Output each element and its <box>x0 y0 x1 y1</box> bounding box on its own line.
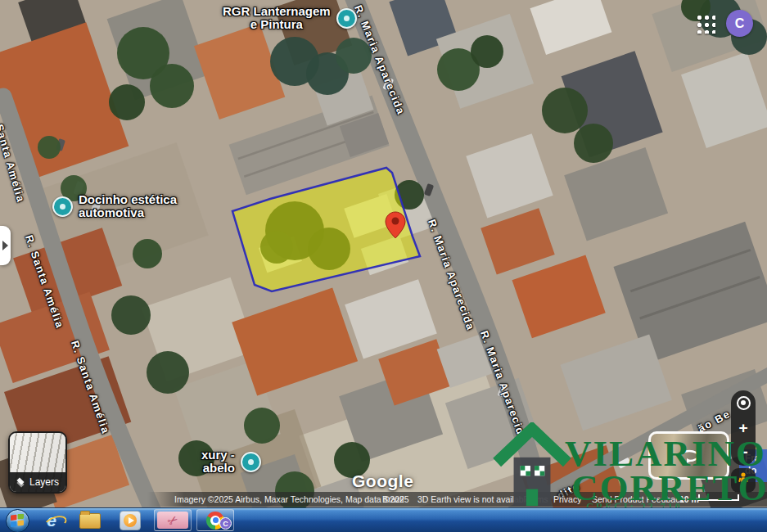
start-button[interactable] <box>6 509 29 532</box>
poi-salon-partial[interactable]: xury - abelo <box>201 449 261 475</box>
folder-icon <box>79 513 101 529</box>
my-location-icon <box>737 396 751 410</box>
earth-notice: 3D Earth view is not available <box>417 494 530 504</box>
side-panel-toggle[interactable] <box>0 226 11 265</box>
poi-label-line: e Pintura <box>223 18 331 31</box>
poi-label-line: xury - <box>201 449 235 462</box>
chrome-button[interactable]: C <box>196 509 234 531</box>
scissors-icon: ✂ <box>157 512 188 529</box>
privacy-link[interactable]: Privacy <box>553 494 581 504</box>
image-tool-button[interactable]: ✂ <box>154 509 192 531</box>
windows-logo-icon <box>11 514 25 528</box>
imagery-credit: Imagery ©2025 Airbus, Maxar Technologies… <box>174 494 409 504</box>
map-controls: + − <box>731 390 756 466</box>
poi-docinho-estetica[interactable]: Docinho estética automotiva <box>52 193 177 219</box>
pegman-icon <box>738 472 749 489</box>
layers-label: Layers <box>29 476 59 488</box>
terms-link[interactable]: Terms <box>525 494 548 504</box>
rotate-360-icon <box>675 447 703 465</box>
layers-icon <box>16 478 25 486</box>
internet-explorer-icon: e <box>47 511 56 530</box>
internet-explorer-button[interactable]: e <box>39 510 64 531</box>
chrome-profile-badge: C <box>219 517 232 530</box>
poi-label-line: abelo <box>201 462 235 475</box>
poi-rgr-lanternagem[interactable]: RGR Lanternagem e Pintura <box>223 5 357 31</box>
poi-dot-icon[interactable] <box>52 196 73 217</box>
poi-label-line: Docinho estética <box>79 193 177 206</box>
feedback-link[interactable]: Send Product Feedback <box>592 494 684 504</box>
google-logo[interactable]: Google <box>352 471 413 491</box>
poi-label-line: RGR Lanternagem <box>223 5 331 18</box>
my-location-button[interactable] <box>731 390 756 415</box>
scale-label: 10 m <box>679 494 699 504</box>
windows-taskbar: e ✂ C <box>0 507 767 532</box>
poi-label-line: automotiva <box>79 206 177 219</box>
attribution-bar: Imagery ©2025 Airbus, Maxar Technologies… <box>147 492 767 507</box>
media-player-icon <box>120 511 141 530</box>
zoom-in-button[interactable]: + <box>731 415 756 440</box>
layers-button[interactable]: Layers <box>8 431 67 494</box>
file-explorer-button[interactable] <box>78 510 102 531</box>
region-label: Brazil <box>382 494 404 504</box>
google-apps-grid-icon[interactable] <box>695 13 715 34</box>
zoom-out-button[interactable]: − <box>731 440 756 464</box>
scale-bar <box>698 494 739 501</box>
account-avatar[interactable]: C <box>726 10 753 37</box>
poi-dot-icon[interactable] <box>241 452 261 472</box>
poi-dot-icon[interactable] <box>336 8 357 29</box>
street-view-preview[interactable] <box>648 431 729 480</box>
pegman-button[interactable] <box>731 468 756 493</box>
media-player-button[interactable] <box>118 510 142 531</box>
